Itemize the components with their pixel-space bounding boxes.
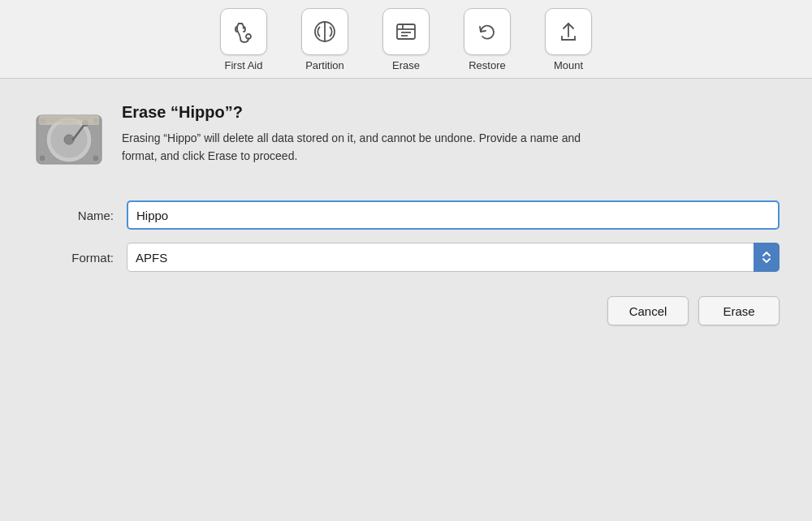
dialog-header: Erase “Hippo”? Erasing “Hippo” will dele… xyxy=(32,103,593,176)
toolbar: First Aid Partition Erase xyxy=(0,0,812,79)
format-row: Format: APFS Mac OS Extended (Journaled)… xyxy=(49,243,780,272)
button-row: Cancel Erase xyxy=(32,296,780,325)
cancel-button[interactable]: Cancel xyxy=(607,296,689,325)
erase-icon-box xyxy=(382,8,430,55)
toolbar-restore[interactable]: Restore xyxy=(451,8,524,71)
mount-label: Mount xyxy=(554,59,583,71)
svg-point-17 xyxy=(40,156,45,161)
first-aid-icon-box xyxy=(220,8,267,55)
erase-icon xyxy=(393,19,419,45)
toolbar-erase[interactable]: Erase xyxy=(369,8,443,71)
first-aid-icon xyxy=(231,19,257,45)
name-label: Name: xyxy=(49,209,114,222)
disk-image xyxy=(32,103,106,176)
restore-icon xyxy=(474,19,500,45)
svg-point-18 xyxy=(93,156,98,161)
restore-icon-box xyxy=(464,8,511,55)
partition-icon xyxy=(312,19,338,45)
restore-label: Restore xyxy=(469,59,506,71)
dialog-description: Erasing “Hippo” will delete all data sto… xyxy=(122,130,593,165)
toolbar-first-aid[interactable]: First Aid xyxy=(207,8,280,71)
format-label: Format: xyxy=(49,251,114,265)
erase-label: Erase xyxy=(392,59,420,71)
name-input[interactable] xyxy=(127,200,780,230)
svg-rect-19 xyxy=(39,115,99,125)
partition-icon-box xyxy=(301,8,348,55)
name-row: Name: xyxy=(49,200,780,230)
dialog-title: Erase “Hippo”? xyxy=(122,103,593,122)
mount-icon xyxy=(555,19,581,45)
svg-rect-3 xyxy=(397,24,415,39)
toolbar-mount[interactable]: Mount xyxy=(532,8,605,71)
form-section: Name: Format: APFS Mac OS Extended (Jour… xyxy=(32,200,780,272)
mount-icon-box xyxy=(545,8,592,55)
dialog-area: Erase “Hippo”? Erasing “Hippo” will dele… xyxy=(0,79,812,342)
dialog-text-block: Erase “Hippo”? Erasing “Hippo” will dele… xyxy=(122,103,593,165)
format-select-wrapper: APFS Mac OS Extended (Journaled) Mac OS … xyxy=(127,243,780,272)
toolbar-partition[interactable]: Partition xyxy=(288,8,361,71)
first-aid-label: First Aid xyxy=(225,59,263,71)
format-select[interactable]: APFS Mac OS Extended (Journaled) Mac OS … xyxy=(127,243,780,272)
partition-label: Partition xyxy=(305,59,344,71)
hard-disk-icon xyxy=(32,103,106,176)
erase-button[interactable]: Erase xyxy=(698,296,780,325)
